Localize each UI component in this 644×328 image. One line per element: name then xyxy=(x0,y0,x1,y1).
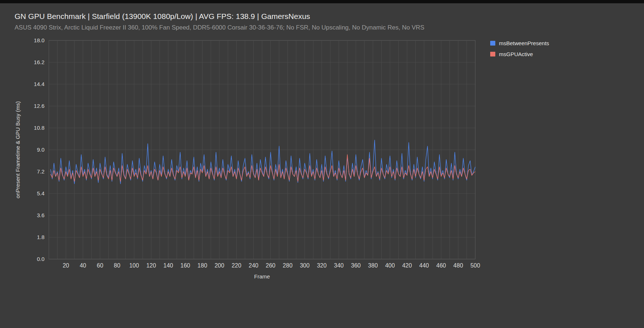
y-tick-label: 9.0 xyxy=(37,147,44,153)
y-tick-label: 1.8 xyxy=(37,234,44,240)
benchmark-chart-page: { "header": { "title": "GN GPU Benchmark… xyxy=(0,0,644,328)
y-tick-label: 14.4 xyxy=(34,81,44,87)
x-tick-label: 360 xyxy=(351,262,361,269)
chart-legend: msBetweenPresents msGPUActive xyxy=(490,40,549,57)
x-tick-label: 320 xyxy=(317,262,327,269)
legend-swatch-blue-icon xyxy=(490,41,495,46)
legend-label: msBetweenPresents xyxy=(499,40,549,46)
y-tick-label: 16.2 xyxy=(34,59,44,65)
y-tick-label: 10.8 xyxy=(34,125,44,131)
x-tick-label: 400 xyxy=(385,262,395,269)
x-tick-label: 160 xyxy=(180,262,190,269)
x-tick-label: 460 xyxy=(436,262,446,269)
x-tick-label: 480 xyxy=(453,262,463,269)
x-tick-label: 40 xyxy=(80,262,86,269)
x-tick-label: 80 xyxy=(114,262,120,269)
x-tick-label: 220 xyxy=(231,262,241,269)
x-tick-label: 500 xyxy=(471,262,480,269)
y-tick-label: 7.2 xyxy=(37,168,44,175)
x-tick-label: 440 xyxy=(419,262,429,269)
legend-swatch-red-icon xyxy=(490,52,495,56)
x-tick-label: 240 xyxy=(249,262,258,269)
legend-label: msGPUActive xyxy=(499,51,533,57)
x-tick-label: 60 xyxy=(97,262,104,269)
x-tick-label: 100 xyxy=(129,262,139,269)
y-tick-label: 3.6 xyxy=(37,212,44,218)
y-tick-label: 5.4 xyxy=(37,190,44,196)
x-tick-label: 340 xyxy=(334,262,344,269)
y-tick-label: 0.0 xyxy=(37,256,44,262)
x-tick-label: 120 xyxy=(146,262,156,269)
series-line-msGPUActive xyxy=(51,155,475,181)
x-tick-label: 280 xyxy=(283,262,293,269)
legend-item-msgpuactive: msGPUActive xyxy=(490,51,549,57)
x-tick-label: 20 xyxy=(63,262,69,269)
y-tick-label: 12.6 xyxy=(34,103,44,109)
x-tick-label: 200 xyxy=(215,262,225,269)
x-tick-label: 140 xyxy=(163,262,173,269)
x-tick-label: 380 xyxy=(368,262,378,269)
x-tick-label: 260 xyxy=(266,262,276,269)
y-tick-label: 18.0 xyxy=(34,37,44,43)
x-tick-label: 180 xyxy=(198,262,207,269)
x-tick-label: 420 xyxy=(402,262,412,269)
x-tick-label: 300 xyxy=(300,262,310,269)
legend-item-msbetweenpresents: msBetweenPresents xyxy=(490,40,549,46)
